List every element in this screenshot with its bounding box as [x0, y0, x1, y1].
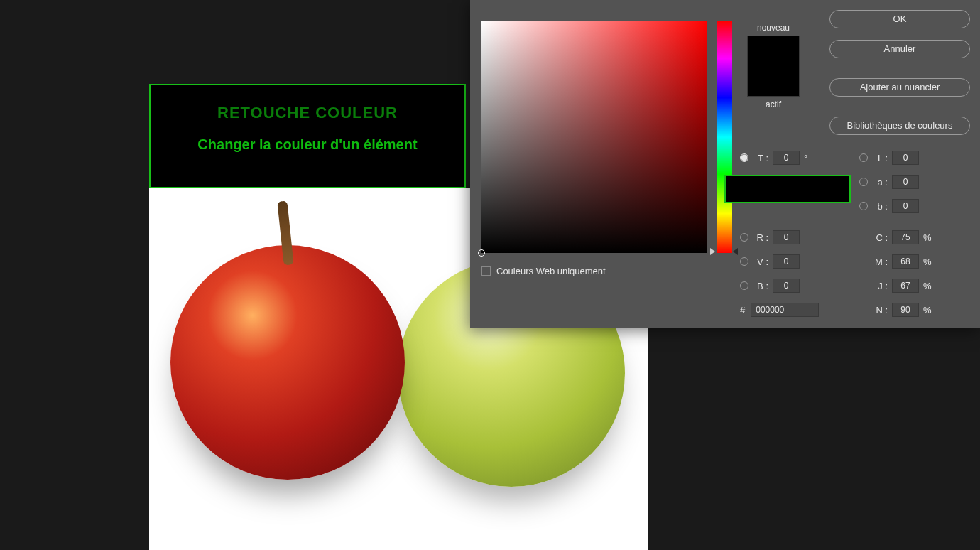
web-colors-only-label: Couleurs Web uniquement — [496, 266, 606, 276]
radio-v[interactable] — [740, 257, 748, 266]
saturation-brightness-field[interactable] — [481, 21, 707, 253]
hue-arrow-right-icon[interactable] — [733, 248, 738, 255]
input-lab-a[interactable]: 0 — [892, 175, 919, 189]
radio-lab-b[interactable] — [859, 202, 868, 210]
checkbox-icon[interactable] — [481, 266, 491, 276]
label-r: R : — [753, 232, 768, 243]
radio-lab-l[interactable] — [859, 153, 868, 162]
radio-lab-a[interactable] — [859, 178, 868, 186]
hue-slider[interactable] — [717, 21, 732, 253]
ok-button[interactable]: OK — [829, 10, 970, 28]
web-colors-only[interactable]: Couleurs Web uniquement — [481, 266, 606, 276]
hex-input[interactable]: 000000 — [751, 303, 819, 317]
sb-cursor-icon[interactable] — [478, 249, 485, 257]
swatch-current-label: actif — [741, 99, 805, 109]
label-t: T : — [753, 153, 768, 163]
banner: RETOUCHE COULEUR Changer la couleur d'un… — [149, 84, 466, 188]
cancel-button[interactable]: Annuler — [829, 40, 970, 58]
label-lab-a: a : — [872, 177, 888, 188]
banner-title: RETOUCHE COULEUR — [151, 104, 464, 122]
unit-m: % — [923, 257, 935, 267]
input-v[interactable]: 0 — [773, 254, 800, 269]
swatch-area: nouveau actif — [741, 23, 805, 109]
label-v: V : — [753, 257, 768, 267]
input-t[interactable]: 0 — [773, 151, 800, 165]
radio-t[interactable] — [740, 153, 748, 162]
unit-j: % — [923, 281, 935, 291]
banner-subtitle: Changer la couleur d'un élément — [151, 136, 464, 153]
input-m[interactable]: 68 — [892, 254, 919, 269]
input-j[interactable]: 67 — [892, 279, 919, 293]
unit-t: ° — [804, 153, 815, 163]
unit-n: % — [923, 305, 935, 316]
label-j: J : — [872, 281, 888, 291]
label-lab-l: L : — [872, 153, 888, 163]
color-libraries-button[interactable]: Bibliothèques de couleurs — [829, 117, 970, 135]
label-b: B : — [753, 281, 768, 291]
hex-prefix: # — [740, 305, 745, 316]
input-b[interactable]: 0 — [773, 279, 800, 293]
input-lab-l[interactable]: 0 — [892, 151, 919, 165]
label-c: C : — [872, 232, 888, 243]
color-swatch[interactable] — [747, 36, 800, 97]
tutorial-highlight — [724, 175, 851, 203]
input-lab-b[interactable]: 0 — [892, 199, 919, 213]
unit-c: % — [923, 232, 935, 243]
radio-r[interactable] — [740, 233, 748, 242]
label-m: M : — [872, 257, 888, 267]
add-swatch-button[interactable]: Ajouter au nuancier — [829, 78, 970, 97]
swatch-new-label: nouveau — [741, 23, 805, 33]
input-n[interactable]: 90 — [892, 303, 919, 317]
radio-b[interactable] — [740, 281, 748, 290]
label-n: N : — [872, 305, 888, 316]
input-c[interactable]: 75 — [892, 230, 919, 244]
hue-arrow-left-icon[interactable] — [710, 248, 715, 255]
label-lab-b: b : — [872, 201, 888, 212]
input-r[interactable]: 0 — [773, 230, 800, 244]
apple-red — [170, 245, 405, 480]
color-picker-dialog: nouveau actif OK Annuler Ajouter au nuan… — [470, 0, 980, 328]
